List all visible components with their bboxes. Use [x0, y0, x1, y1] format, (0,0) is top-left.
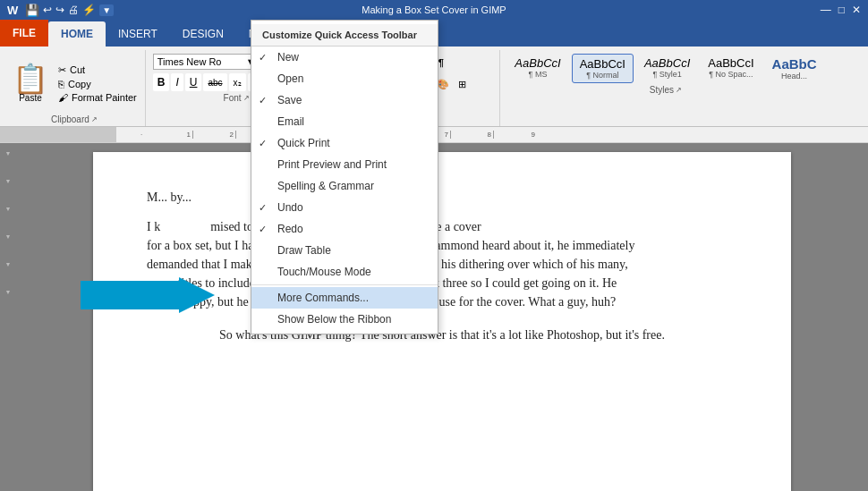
cut-icon: ✂ — [58, 64, 66, 76]
touch-qa-button[interactable]: ⚡ — [82, 4, 96, 16]
bold-button[interactable]: B — [153, 73, 170, 91]
underline-button[interactable]: U — [185, 73, 202, 91]
minimize-button[interactable]: — — [821, 4, 831, 16]
undo-qa-button[interactable]: ↩ — [43, 4, 52, 16]
copy-icon: ⎘ — [58, 79, 64, 89]
customize-qa-button[interactable]: ▼ — [99, 4, 114, 16]
borders-button[interactable]: ⊞ — [455, 76, 470, 93]
dropdown-item-morecommands[interactable]: ✓ More Commands... — [251, 287, 438, 309]
font-group-label: Font ↗ — [224, 91, 250, 105]
title-bar: W 💾 ↩ ↪ 🖨 ⚡ ▼ Making a Box Set Cover in … — [0, 0, 868, 20]
paste-button[interactable]: 📋 Paste — [9, 63, 52, 105]
item-email-label: Email — [277, 115, 304, 128]
clipboard-group-content: 📋 Paste ✂ Cut ⎘ Copy 🖌 Format Painter — [9, 50, 140, 113]
ruler-margin — [0, 127, 116, 143]
dropdown-item-email[interactable]: ✓ Email — [251, 111, 438, 132]
doc-para-2: I k mised to show y'all how to use GIMP … — [147, 217, 737, 236]
dropdown-item-redo[interactable]: ✓ Redo — [251, 218, 438, 240]
style-heading-preview: AaBbC — [772, 56, 817, 72]
style-style1[interactable]: AaBbCcI ¶ Style1 — [637, 54, 697, 83]
item-new-label: New — [277, 51, 299, 63]
italic-button[interactable]: I — [171, 73, 183, 91]
left-margin: ▼ ▼ ▼ ▼ ▼ ▼ — [0, 143, 16, 491]
format-painter-label: Format Painter — [72, 92, 137, 103]
dropdown-item-save[interactable]: ✓ Save — [251, 89, 438, 111]
clipboard-small-group: ✂ Cut ⎘ Copy 🖌 Format Painter — [55, 63, 140, 104]
tab-home[interactable]: HOME — [48, 21, 106, 47]
arrow-body — [81, 281, 179, 309]
word-icon: W — [7, 4, 18, 17]
styles-group-label: Styles ↗ — [650, 83, 682, 97]
doc-para-5: many titles to include. I finally prevai… — [147, 274, 737, 292]
style-ms[interactable]: AaBbCcI ¶ MS — [507, 54, 567, 83]
strikethrough-button[interactable]: abc — [203, 73, 226, 91]
dropdown-item-quickprint[interactable]: ✓ Quick Print — [251, 132, 438, 154]
maximize-button[interactable]: □ — [838, 4, 845, 16]
blue-arrow — [81, 277, 215, 313]
dropdown-item-undo[interactable]: ✓ Undo — [251, 197, 438, 218]
style-normal-preview: AaBbCcI — [580, 57, 625, 71]
tab-insert[interactable]: INSERT — [106, 21, 170, 47]
style-nospace-preview: AaBbCcI — [708, 56, 753, 70]
dropdown-item-drawtable[interactable]: ✓ Draw Table — [251, 240, 438, 261]
style-nospace[interactable]: AaBbCcI ¶ No Spac... — [701, 54, 761, 83]
customize-toolbar-dropdown: Customize Quick Access Toolbar ✓ New ✓ O… — [251, 20, 438, 334]
cut-button[interactable]: ✂ Cut — [55, 63, 140, 77]
print-qa-button[interactable]: 🖨 — [68, 4, 79, 16]
styles-list: AaBbCcI ¶ MS AaBbCcI ¶ Normal AaBbCcI ¶ … — [507, 50, 823, 83]
dropdown-item-touchmode[interactable]: ✓ Touch/Mouse Mode — [251, 261, 438, 283]
margin-mark-1: ▼ — [5, 150, 12, 157]
styles-expander[interactable]: ↗ — [676, 86, 682, 94]
margin-mark-4: ▼ — [5, 233, 12, 240]
save-qa-button[interactable]: 💾 — [25, 4, 39, 17]
style-ms-preview: AaBbCcI — [515, 56, 560, 70]
clipboard-expander[interactable]: ↗ — [91, 115, 98, 123]
tab-file[interactable]: FILE — [0, 20, 48, 47]
check-redo: ✓ — [259, 224, 267, 235]
clipboard-group: 📋 Paste ✂ Cut ⎘ Copy 🖌 Format Painter — [4, 50, 146, 126]
tab-design[interactable]: DESIGN — [170, 21, 236, 47]
doc-para-4: demanded that I make him one. The delay … — [147, 255, 737, 274]
copy-button[interactable]: ⎘ Copy — [55, 78, 140, 90]
item-printpreview-label: Print Preview and Print — [277, 158, 387, 171]
item-save-label: Save — [277, 94, 302, 106]
check-undo: ✓ — [259, 202, 267, 214]
item-redo-label: Redo — [277, 223, 303, 235]
margin-mark-3: ▼ — [5, 206, 12, 212]
dropdown-separator — [251, 284, 438, 285]
dropdown-item-new[interactable]: ✓ New — [251, 47, 438, 68]
font-expander[interactable]: ↗ — [243, 94, 250, 102]
item-touchmode-label: Touch/Mouse Mode — [277, 266, 371, 278]
style-style1-preview: AaBbCcI — [644, 56, 690, 70]
subscript-button[interactable]: x₂ — [229, 73, 246, 91]
close-button[interactable]: ✕ — [852, 4, 861, 16]
format-painter-button[interactable]: 🖌 Format Painter — [55, 91, 140, 104]
doc-para-6: wasn't happy, but he agreed. He even sen… — [147, 292, 737, 311]
item-open-label: Open — [277, 72, 303, 85]
dropdown-item-printpreview[interactable]: ✓ Print Preview and Print — [251, 154, 438, 175]
style-heading-label: Head... — [781, 72, 807, 80]
doc-wrapper: M... by... I k mised to show y'all how t… — [16, 143, 868, 491]
paste-label: Paste — [19, 93, 42, 103]
margin-mark-2: ▼ — [5, 178, 12, 184]
dropdown-header: Customize Quick Access Toolbar — [251, 24, 438, 47]
font-name-selector[interactable]: Times New Ro ▼ — [153, 54, 260, 70]
item-undo-label: Undo — [277, 201, 303, 214]
paste-icon: 📋 — [13, 64, 48, 93]
item-spelling-label: Spelling & Grammar — [277, 180, 374, 192]
doc-para-3: for a box set, but I have an excuse. See… — [147, 236, 737, 255]
window-controls: — □ ✕ — [821, 4, 861, 16]
check-save: ✓ — [259, 95, 267, 106]
check-new: ✓ — [259, 52, 267, 63]
style-normal[interactable]: AaBbCcI ¶ Normal — [572, 54, 634, 83]
dropdown-item-spelling[interactable]: ✓ Spelling & Grammar — [251, 175, 438, 197]
margin-mark-6: ▼ — [5, 289, 12, 295]
clipboard-group-label: Clipboard ↗ — [51, 113, 98, 126]
item-showbelow-label: Show Below the Ribbon — [277, 313, 391, 326]
document-title: Making a Box Set Cover in GIMP — [362, 4, 506, 15]
dropdown-item-open[interactable]: ✓ Open — [251, 68, 438, 89]
quick-access-toolbar: W 💾 ↩ ↪ 🖨 ⚡ ▼ — [0, 0, 114, 20]
redo-qa-button[interactable]: ↪ — [55, 4, 64, 16]
dropdown-item-showbelow[interactable]: ✓ Show Below the Ribbon — [251, 309, 438, 330]
style-heading[interactable]: AaBbC Head... — [765, 54, 824, 83]
